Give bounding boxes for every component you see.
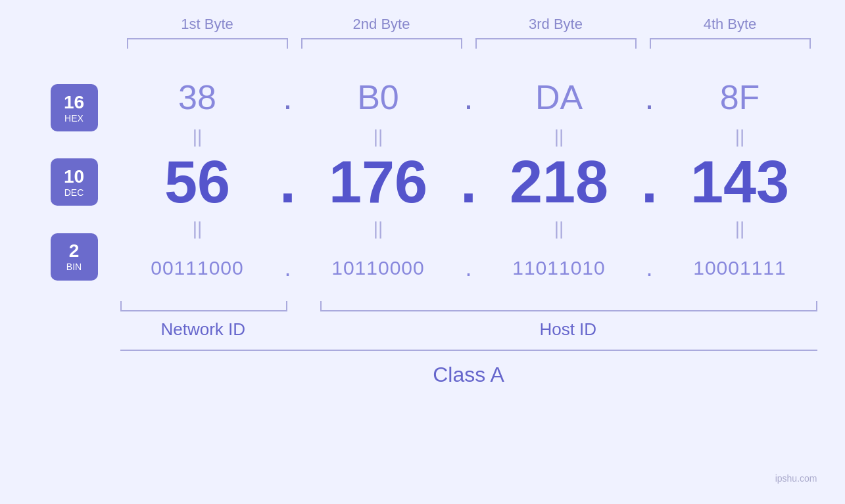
dec-badge-label: DEC	[64, 187, 84, 198]
dec-dot-3: .	[637, 149, 663, 216]
eq1-3: ||	[482, 126, 637, 147]
hex-val-3: DA	[482, 78, 637, 117]
byte2-header-col: 2nd Byte	[295, 16, 469, 38]
bin-badge-num: 2	[69, 241, 80, 262]
byte1-header: 1st Byte	[120, 16, 295, 33]
hex-badge-num: 16	[64, 93, 84, 113]
eq2-2: ||	[301, 218, 456, 239]
bracket-top-1	[127, 38, 288, 49]
byte1-header-col: 1st Byte	[120, 16, 295, 38]
watermark: ipshu.com	[775, 473, 817, 484]
byte4-header-col: 4th Byte	[643, 16, 817, 38]
bin-val-4: 10001111	[663, 257, 817, 279]
class-divider	[120, 350, 817, 351]
bracket-top-4	[650, 38, 811, 49]
values-grid: 38 . B0 . DA . 8F	[120, 71, 817, 294]
bin-val-2: 10110000	[301, 257, 456, 279]
bin-dot-1: .	[275, 254, 301, 282]
dec-val-3: 218	[482, 149, 637, 216]
class-a-label: Class A	[120, 357, 817, 392]
eq1-1: ||	[120, 126, 275, 147]
bin-dot-2: .	[456, 254, 482, 282]
dec-val-4: 143	[663, 149, 817, 216]
bin-val-3: 11011010	[482, 257, 637, 279]
bracket-bottom-network	[120, 301, 288, 311]
eq1-2: ||	[301, 126, 456, 147]
byte3-header-col: 3rd Byte	[469, 16, 643, 38]
byte4-header: 4th Byte	[643, 16, 817, 33]
bracket-bottom-host	[320, 301, 817, 311]
hex-badge: 16 HEX	[51, 84, 98, 131]
eq2-4: ||	[663, 218, 817, 239]
bin-dot-3: .	[637, 254, 663, 282]
bracket-top-2	[301, 38, 462, 49]
hex-row: 38 . B0 . DA . 8F	[120, 71, 817, 124]
bottom-section: Network ID Host ID Class A	[28, 301, 817, 392]
eq2-1: ||	[120, 218, 275, 239]
top-brackets	[28, 38, 817, 51]
labels-row: Network ID Host ID	[120, 319, 817, 340]
byte-headers: 1st Byte 2nd Byte 3rd Byte 4th Byte	[28, 16, 817, 38]
eq2-3: ||	[482, 218, 637, 239]
hex-badge-label: HEX	[64, 113, 84, 124]
badges-column: 16 HEX 10 DEC 2 BIN	[28, 71, 120, 294]
hex-dot-3: .	[637, 78, 663, 117]
hex-val-1: 38	[120, 78, 275, 117]
equals-row-2: || || || ||	[120, 216, 817, 242]
bin-val-1: 00111000	[120, 257, 275, 279]
bracket-top-3	[475, 38, 637, 49]
bin-badge: 2 BIN	[51, 233, 98, 281]
eq1-4: ||	[663, 126, 817, 147]
dec-val-2: 176	[301, 149, 456, 216]
equals-row-1: || || || ||	[120, 124, 817, 150]
bin-badge-label: BIN	[66, 262, 82, 272]
dec-val-1: 56	[120, 149, 275, 216]
hex-val-4: 8F	[663, 78, 817, 117]
hex-dot-2: .	[456, 78, 482, 117]
network-id-label: Network ID	[120, 319, 287, 340]
byte2-header: 2nd Byte	[295, 16, 469, 33]
dec-badge: 10 DEC	[51, 158, 98, 206]
dec-row: 56 . 176 . 218 . 143	[120, 150, 817, 216]
host-id-label: Host ID	[319, 319, 817, 340]
dec-dot-1: .	[275, 149, 301, 216]
dec-dot-2: .	[456, 149, 482, 216]
dec-badge-num: 10	[64, 167, 84, 187]
bottom-brackets	[120, 301, 817, 314]
hex-val-2: B0	[301, 78, 456, 117]
main-container: 1st Byte 2nd Byte 3rd Byte 4th Byte 16 H…	[28, 16, 817, 489]
hex-dot-1: .	[275, 78, 301, 117]
byte3-header: 3rd Byte	[469, 16, 643, 33]
bin-row: 00111000 . 10110000 . 11011010 .	[120, 242, 817, 294]
main-content: 16 HEX 10 DEC 2 BIN 38 .	[28, 71, 817, 294]
